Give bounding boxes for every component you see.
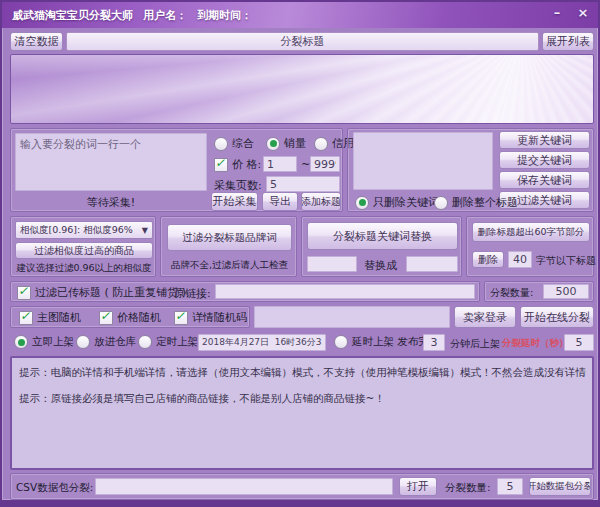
expand-list-button[interactable]: 展开列表	[542, 32, 594, 51]
hint-line-1: 提示：电脑的详情和手机端详情，请选择（使用文本编辑）模式，不支持（使用神笔模板编…	[19, 366, 586, 380]
split-count-panel: 分裂数量:	[484, 281, 594, 302]
radio-icon	[76, 335, 90, 349]
split-words-input[interactable]	[15, 133, 207, 191]
publish-datetime-input[interactable]	[198, 334, 326, 351]
split-count-label: 分裂数量:	[490, 286, 533, 300]
replace-to-input[interactable]	[406, 256, 458, 272]
save-keywords-button[interactable]: 保存关键词	[499, 171, 590, 189]
app-title: 威武猫淘宝宝贝分裂大师	[12, 8, 133, 23]
chevron-down-icon: ▼	[142, 226, 148, 235]
radio-label: 放进仓库	[94, 335, 136, 349]
pages-input[interactable]	[266, 176, 340, 192]
start-csv-split-button[interactable]: 开始数据包分裂	[529, 477, 591, 496]
sort-radio-sales[interactable]: 销量	[266, 136, 306, 151]
publish-now-radio[interactable]: 立即上架	[14, 335, 74, 349]
replace-from-input[interactable]	[307, 256, 357, 272]
put-in-warehouse-radio[interactable]: 放进仓库	[76, 335, 136, 349]
split-count-input[interactable]	[543, 284, 589, 299]
filter-uploaded-titles-checkbox[interactable]: 过滤已传标题 ( 防止重复铺货 )	[17, 285, 186, 300]
radio-icon	[355, 196, 369, 210]
checkbox-label: 主图随机	[37, 310, 81, 325]
timed-publish-radio[interactable]: 定时上架	[138, 335, 198, 349]
clear-data-button[interactable]: 清空数据	[10, 32, 63, 51]
add-title-button[interactable]: 添加标题	[301, 192, 341, 211]
filter-similarity-button[interactable]: 过滤相似度过高的商品	[15, 242, 153, 259]
username-label: 用户名：	[143, 8, 187, 23]
radio-icon	[266, 137, 280, 151]
radio-label: 立即上架	[32, 335, 74, 349]
app-window: 威武猫淘宝宝贝分裂大师 用户名： 到期时间： – × 清空数据 分裂标题 展开列…	[0, 0, 600, 507]
submit-keywords-button[interactable]: 提交关键词	[499, 151, 590, 169]
replace-with-label: 替换成	[364, 258, 397, 273]
checkbox-icon	[174, 311, 188, 325]
radio-icon	[14, 335, 28, 349]
dedupe-panel: 过滤已传标题 ( 防止重复铺货 ) 原链接:	[10, 281, 480, 302]
replace-keywords-button[interactable]: 分裂标题关键词替换	[307, 222, 458, 250]
price-label: 价 格:	[232, 157, 261, 172]
radio-label: 删除整个标题	[452, 195, 518, 210]
csv-label: CSV数据包分裂:	[16, 481, 93, 495]
radio-icon	[138, 335, 152, 349]
csv-split-count-label: 分裂数量:	[445, 481, 491, 495]
checkbox-icon	[99, 311, 113, 325]
price-max-input[interactable]	[310, 156, 340, 172]
csv-file-input[interactable]	[95, 478, 393, 495]
radio-label: 只删除关键词	[373, 195, 439, 210]
start-collect-button[interactable]: 开始采集	[211, 192, 258, 211]
seller-login-button[interactable]: 卖家登录	[454, 306, 516, 328]
delete-over-60-bytes-button[interactable]: 删除标题超出60字节部分	[472, 222, 590, 242]
sort-radio-comprehensive[interactable]: 综合	[214, 136, 254, 151]
update-keywords-button[interactable]: 更新关键词	[499, 131, 590, 149]
split-title-list-header: 分裂标题	[66, 32, 539, 51]
detail-random-code-checkbox[interactable]: 详情随机码	[174, 310, 247, 325]
close-icon[interactable]: ×	[574, 4, 592, 20]
radio-icon	[214, 137, 228, 151]
filter-brand-words-button[interactable]: 过滤分裂标题品牌词	[167, 224, 292, 251]
split-delay-label: 分裂延时（秒）:	[502, 337, 572, 350]
open-csv-button[interactable]: 打开	[399, 477, 437, 496]
checkbox-label: 过滤已传标题 ( 防止重复铺货 )	[35, 285, 186, 300]
expire-time-label: 到期时间：	[197, 8, 252, 23]
collect-panel: 等待采集! 综合 销量 信用 价 格: ~ 采集页数: 开始采集 导出 添加标题	[10, 128, 343, 212]
start-online-split-button[interactable]: 开始在线分裂	[520, 306, 594, 328]
bytes-threshold-input[interactable]	[508, 251, 532, 268]
delete-short-title-button[interactable]: 删除	[472, 251, 504, 268]
minimize-icon[interactable]: –	[548, 4, 566, 20]
price-filter-checkbox[interactable]: 价 格:	[214, 157, 261, 172]
similarity-panel: 相似度[0.96]: 相似度96% ▼ 过滤相似度过高的商品 建议选择过滤0.9…	[10, 216, 156, 277]
radio-icon	[314, 137, 328, 151]
similarity-hint-text: 建议选择过滤0.96以上的相似度	[13, 262, 155, 275]
price-min-input[interactable]	[263, 156, 297, 172]
radio-icon	[334, 335, 348, 349]
window-controls: – ×	[548, 4, 592, 20]
collect-status-text: 等待采集!	[15, 195, 207, 210]
split-delay-input[interactable]	[564, 334, 594, 351]
source-link-label: 原链接:	[174, 286, 211, 301]
delay-suffix-label: 分钟后上架	[450, 337, 500, 351]
checkbox-label: 详情随机码	[192, 310, 247, 325]
csv-split-panel: CSV数据包分裂: 打开 分裂数量: 开始数据包分裂	[10, 473, 594, 500]
radio-icon	[434, 196, 448, 210]
hint-line-2: 提示：原链接必须是填写自己店铺的商品链接，不能是别人店铺的商品链接~！	[19, 392, 586, 406]
source-link-input[interactable]	[215, 284, 475, 299]
keywords-input[interactable]	[353, 132, 493, 190]
bytes-suffix-label: 字节以下标题	[536, 254, 596, 268]
pages-label: 采集页数:	[214, 178, 262, 193]
checkbox-icon	[214, 158, 228, 172]
price-random-checkbox[interactable]: 价格随机	[99, 310, 161, 325]
hint-box: 提示：电脑的详情和手机端详情，请选择（使用文本编辑）模式，不支持（使用神笔模板编…	[10, 356, 594, 470]
similarity-dropdown-value: 相似度[0.96]: 相似度96%	[20, 224, 133, 237]
similarity-dropdown[interactable]: 相似度[0.96]: 相似度96% ▼	[15, 221, 153, 239]
csv-split-count-input[interactable]	[497, 478, 523, 495]
delete-keyword-only-radio[interactable]: 只删除关键词	[355, 195, 439, 210]
delete-whole-title-radio[interactable]: 删除整个标题	[434, 195, 518, 210]
checkbox-icon	[17, 286, 31, 300]
brand-filter-panel: 过滤分裂标题品牌词 品牌不全,过滤后请人工检查	[160, 216, 297, 277]
delay-minutes-input[interactable]	[423, 334, 445, 351]
split-title-list-area[interactable]	[10, 54, 594, 124]
random-options-panel: 主图随机 价格随机 详情随机码	[10, 306, 250, 328]
delayed-publish-radio[interactable]: 延时上架 发布完	[334, 335, 429, 349]
trim-title-panel: 删除标题超出60字节部分 删除 字节以下标题	[466, 216, 594, 277]
main-image-random-checkbox[interactable]: 主图随机	[19, 310, 81, 325]
export-button[interactable]: 导出	[262, 192, 298, 211]
